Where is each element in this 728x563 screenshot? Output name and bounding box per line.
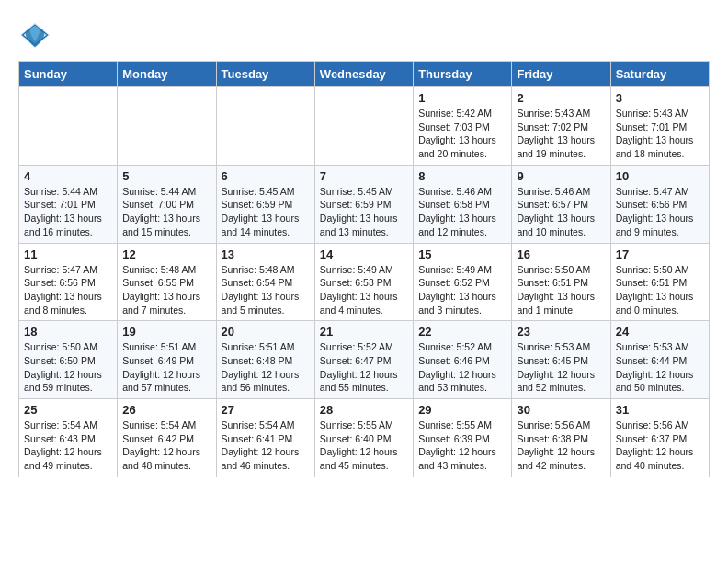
cell-info: Sunrise: 5:50 AM Sunset: 6:51 PM Dayligh… — [517, 263, 605, 317]
day-header-wednesday: Wednesday — [314, 62, 413, 87]
day-number: 10 — [616, 169, 704, 183]
cell-info: Sunrise: 5:54 AM Sunset: 6:41 PM Dayligh… — [222, 419, 310, 473]
cell-info: Sunrise: 5:56 AM Sunset: 6:38 PM Dayligh… — [517, 419, 605, 473]
cell-info: Sunrise: 5:51 AM Sunset: 6:48 PM Dayligh… — [222, 340, 310, 395]
cell-info: Sunrise: 5:55 AM Sunset: 6:40 PM Dayligh… — [320, 419, 408, 473]
day-number: 24 — [616, 325, 704, 339]
calendar-cell: 2Sunrise: 5:43 AM Sunset: 7:02 PM Daylig… — [512, 87, 610, 166]
day-header-thursday: Thursday — [414, 62, 512, 87]
day-number: 17 — [616, 247, 704, 261]
day-number: 4 — [24, 169, 112, 183]
calendar-cell — [118, 87, 216, 166]
cell-info: Sunrise: 5:51 AM Sunset: 6:49 PM Dayligh… — [122, 340, 210, 395]
day-header-sunday: Sunday — [19, 62, 118, 87]
calendar-cell: 17Sunrise: 5:50 AM Sunset: 6:51 PM Dayli… — [610, 243, 709, 321]
cell-info: Sunrise: 5:45 AM Sunset: 6:59 PM Dayligh… — [222, 185, 310, 239]
cell-info: Sunrise: 5:48 AM Sunset: 6:54 PM Dayligh… — [222, 263, 310, 317]
page-header — [18, 18, 710, 52]
calendar-cell: 10Sunrise: 5:47 AM Sunset: 6:56 PM Dayli… — [610, 165, 709, 243]
calendar-cell: 30Sunrise: 5:56 AM Sunset: 6:38 PM Dayli… — [512, 399, 610, 477]
day-number: 2 — [517, 91, 605, 105]
day-number: 20 — [222, 325, 310, 339]
day-header-saturday: Saturday — [610, 62, 709, 87]
calendar-cell: 27Sunrise: 5:54 AM Sunset: 6:41 PM Dayli… — [216, 399, 314, 477]
calendar-cell: 12Sunrise: 5:48 AM Sunset: 6:55 PM Dayli… — [118, 243, 216, 321]
day-number: 21 — [320, 325, 408, 339]
calendar-cell: 23Sunrise: 5:53 AM Sunset: 6:45 PM Dayli… — [512, 321, 610, 399]
week-row-2: 4Sunrise: 5:44 AM Sunset: 7:01 PM Daylig… — [19, 165, 710, 243]
week-row-4: 18Sunrise: 5:50 AM Sunset: 6:50 PM Dayli… — [19, 321, 710, 399]
day-number: 27 — [222, 403, 310, 417]
cell-info: Sunrise: 5:49 AM Sunset: 6:52 PM Dayligh… — [418, 263, 506, 317]
day-header-friday: Friday — [512, 62, 610, 87]
day-header-monday: Monday — [118, 62, 216, 87]
logo — [18, 18, 57, 52]
cell-info: Sunrise: 5:43 AM Sunset: 7:01 PM Dayligh… — [616, 107, 704, 161]
cell-info: Sunrise: 5:47 AM Sunset: 6:56 PM Dayligh… — [24, 263, 112, 317]
calendar-cell — [19, 87, 118, 166]
calendar-cell: 31Sunrise: 5:56 AM Sunset: 6:37 PM Dayli… — [610, 399, 709, 477]
day-number: 5 — [122, 169, 210, 183]
day-number: 13 — [222, 247, 310, 261]
cell-info: Sunrise: 5:46 AM Sunset: 6:57 PM Dayligh… — [517, 185, 605, 239]
day-number: 7 — [320, 169, 408, 183]
cell-info: Sunrise: 5:48 AM Sunset: 6:55 PM Dayligh… — [122, 263, 210, 317]
day-number: 15 — [418, 247, 506, 261]
week-row-1: 1Sunrise: 5:42 AM Sunset: 7:03 PM Daylig… — [19, 87, 710, 166]
day-number: 11 — [24, 247, 112, 261]
calendar-cell: 18Sunrise: 5:50 AM Sunset: 6:50 PM Dayli… — [19, 321, 118, 399]
cell-info: Sunrise: 5:54 AM Sunset: 6:43 PM Dayligh… — [24, 419, 112, 473]
cell-info: Sunrise: 5:44 AM Sunset: 7:01 PM Dayligh… — [24, 185, 112, 239]
day-number: 29 — [418, 403, 506, 417]
day-number: 8 — [418, 169, 506, 183]
calendar-cell: 24Sunrise: 5:53 AM Sunset: 6:44 PM Dayli… — [610, 321, 709, 399]
calendar-cell: 6Sunrise: 5:45 AM Sunset: 6:59 PM Daylig… — [216, 165, 314, 243]
calendar-cell: 16Sunrise: 5:50 AM Sunset: 6:51 PM Dayli… — [512, 243, 610, 321]
cell-info: Sunrise: 5:42 AM Sunset: 7:03 PM Dayligh… — [418, 107, 506, 161]
calendar-cell: 20Sunrise: 5:51 AM Sunset: 6:48 PM Dayli… — [216, 321, 314, 399]
day-number: 16 — [517, 247, 605, 261]
cell-info: Sunrise: 5:49 AM Sunset: 6:53 PM Dayligh… — [320, 263, 408, 317]
cell-info: Sunrise: 5:43 AM Sunset: 7:02 PM Dayligh… — [517, 107, 605, 161]
cell-info: Sunrise: 5:50 AM Sunset: 6:51 PM Dayligh… — [616, 263, 704, 317]
calendar-cell: 13Sunrise: 5:48 AM Sunset: 6:54 PM Dayli… — [216, 243, 314, 321]
cell-info: Sunrise: 5:54 AM Sunset: 6:42 PM Dayligh… — [122, 419, 210, 473]
cell-info: Sunrise: 5:44 AM Sunset: 7:00 PM Dayligh… — [122, 185, 210, 239]
calendar-cell: 1Sunrise: 5:42 AM Sunset: 7:03 PM Daylig… — [414, 87, 512, 166]
calendar-cell: 26Sunrise: 5:54 AM Sunset: 6:42 PM Dayli… — [118, 399, 216, 477]
calendar-table: SundayMondayTuesdayWednesdayThursdayFrid… — [18, 61, 710, 477]
day-number: 12 — [122, 247, 210, 261]
day-number: 19 — [122, 325, 210, 339]
cell-info: Sunrise: 5:46 AM Sunset: 6:58 PM Dayligh… — [418, 185, 506, 239]
day-number: 14 — [320, 247, 408, 261]
day-number: 30 — [517, 403, 605, 417]
cell-info: Sunrise: 5:53 AM Sunset: 6:44 PM Dayligh… — [616, 340, 704, 395]
calendar-cell: 5Sunrise: 5:44 AM Sunset: 7:00 PM Daylig… — [118, 165, 216, 243]
day-number: 23 — [517, 325, 605, 339]
calendar-cell: 14Sunrise: 5:49 AM Sunset: 6:53 PM Dayli… — [314, 243, 413, 321]
day-number: 1 — [418, 91, 506, 105]
day-number: 9 — [517, 169, 605, 183]
week-row-3: 11Sunrise: 5:47 AM Sunset: 6:56 PM Dayli… — [19, 243, 710, 321]
cell-info: Sunrise: 5:47 AM Sunset: 6:56 PM Dayligh… — [616, 185, 704, 239]
logo-icon — [18, 18, 51, 52]
cell-info: Sunrise: 5:55 AM Sunset: 6:39 PM Dayligh… — [418, 419, 506, 473]
calendar-cell: 25Sunrise: 5:54 AM Sunset: 6:43 PM Dayli… — [19, 399, 118, 477]
calendar-cell: 21Sunrise: 5:52 AM Sunset: 6:47 PM Dayli… — [314, 321, 413, 399]
day-number: 22 — [418, 325, 506, 339]
calendar-cell: 22Sunrise: 5:52 AM Sunset: 6:46 PM Dayli… — [414, 321, 512, 399]
day-number: 25 — [24, 403, 112, 417]
day-number: 28 — [320, 403, 408, 417]
calendar-cell: 8Sunrise: 5:46 AM Sunset: 6:58 PM Daylig… — [414, 165, 512, 243]
cell-info: Sunrise: 5:56 AM Sunset: 6:37 PM Dayligh… — [616, 419, 704, 473]
header-row: SundayMondayTuesdayWednesdayThursdayFrid… — [19, 62, 710, 87]
cell-info: Sunrise: 5:52 AM Sunset: 6:47 PM Dayligh… — [320, 340, 408, 395]
day-number: 18 — [24, 325, 112, 339]
cell-info: Sunrise: 5:50 AM Sunset: 6:50 PM Dayligh… — [24, 340, 112, 395]
calendar-cell: 9Sunrise: 5:46 AM Sunset: 6:57 PM Daylig… — [512, 165, 610, 243]
cell-info: Sunrise: 5:45 AM Sunset: 6:59 PM Dayligh… — [320, 185, 408, 239]
calendar-cell: 29Sunrise: 5:55 AM Sunset: 6:39 PM Dayli… — [414, 399, 512, 477]
day-number: 26 — [122, 403, 210, 417]
cell-info: Sunrise: 5:52 AM Sunset: 6:46 PM Dayligh… — [418, 340, 506, 395]
day-number: 31 — [616, 403, 704, 417]
